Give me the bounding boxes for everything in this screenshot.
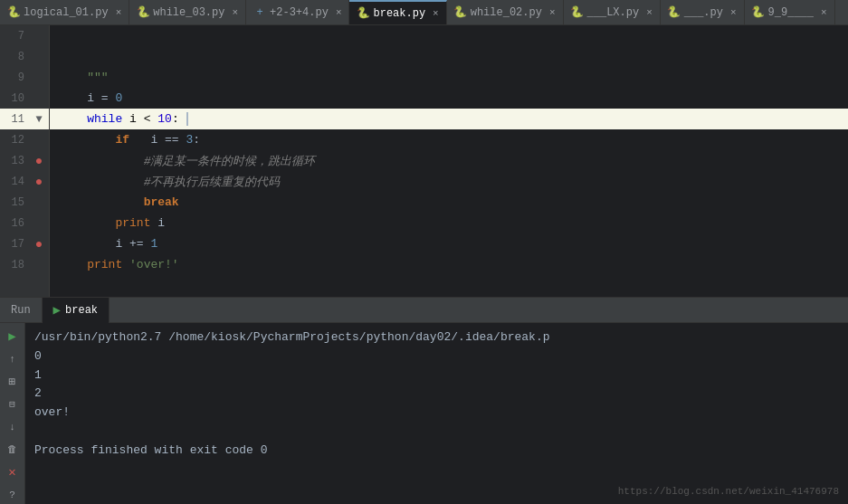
gutter-row-11: 11 ▼ [0, 109, 49, 129]
rerun-button[interactable]: ⊟ [3, 395, 23, 414]
py-plus-icon: + [253, 6, 266, 19]
code-indent [59, 258, 87, 271]
break-label: break [65, 304, 98, 317]
breakpoint-icon-14[interactable]: ● [32, 175, 46, 189]
gutter-row-18: 18 [0, 254, 49, 275]
tab-label: logical_01.py [24, 6, 109, 19]
tab-run[interactable]: Run [0, 298, 43, 323]
breakpoint-icon-17[interactable]: ● [32, 237, 46, 252]
line-number: 18 [0, 259, 32, 271]
close-icon[interactable]: × [549, 7, 556, 18]
py-icon: 🐍 [752, 6, 765, 19]
code-keyword-print: print [87, 258, 122, 271]
scroll-up-button[interactable]: ↑ [3, 349, 23, 368]
output-log[interactable]: /usr/bin/python2.7 /home/kiosk/PycharmPr… [25, 323, 848, 504]
up-arrow-icon: ↑ [9, 354, 15, 365]
tab-lx[interactable]: 🐍 ___LX.py × [564, 0, 661, 25]
close-icon[interactable]: × [821, 7, 827, 18]
tab-break[interactable]: 🐍 break.py × [349, 0, 446, 25]
code-string: 'over!' [129, 258, 179, 271]
output-blank [34, 423, 839, 442]
code-string: """ [87, 71, 108, 84]
code-var: i [115, 237, 122, 251]
close-icon[interactable]: × [116, 7, 122, 18]
code-var: i [150, 216, 165, 230]
close-icon[interactable]: × [433, 8, 439, 19]
code-line-16: print i [50, 213, 848, 233]
output-over: over! [34, 404, 839, 423]
code-comment: #满足某一条件的时候，跳出循环 [144, 153, 316, 169]
tab-label: +2-3+4.py [270, 6, 329, 19]
breakpoint-icon-13[interactable]: ● [32, 154, 46, 168]
code-space [122, 258, 129, 271]
gutter-row-10: 10 [0, 88, 49, 109]
output-panel: Run ▶ break ▶ ↑ ⊞ ⊟ ↓ [0, 297, 848, 504]
clear-button[interactable]: 🗑 [3, 440, 23, 459]
close-icon[interactable]: × [730, 7, 737, 18]
py-icon: 🐍 [571, 6, 584, 19]
code-line-11: while i < 10: [50, 109, 848, 129]
code-indent [59, 216, 115, 230]
tab-blank[interactable]: 🐍 ___.py × [661, 0, 745, 25]
code-indent [59, 71, 87, 84]
tab-plus234[interactable]: + +2-3+4.py × [246, 0, 349, 25]
tab-break-output[interactable]: ▶ break [43, 298, 110, 323]
watermark: https://blog.csdn.net/weixin_41476978 [618, 486, 839, 497]
tab-while03[interactable]: 🐍 while_03.py × [129, 0, 246, 25]
close-icon[interactable]: × [232, 7, 238, 18]
code-indent [59, 91, 87, 105]
gutter-icon-8 [32, 50, 46, 64]
gutter-row-8: 8 [0, 46, 49, 67]
code-indent [59, 175, 144, 188]
code-colon: : [193, 133, 200, 147]
tab-bar: 🐍 logical_01.py × 🐍 while_03.py × + +2-3… [0, 0, 848, 25]
output-content: ▶ ↑ ⊞ ⊟ ↓ 🗑 ✕ [0, 323, 848, 504]
py-icon: 🐍 [454, 6, 467, 19]
output-value-0: 0 [34, 347, 839, 366]
tab-label: ___LX.py [587, 6, 640, 19]
output-tab-bar: Run ▶ break [0, 298, 848, 323]
tab-label: 9_9____ [768, 6, 814, 19]
code-editor[interactable]: """ i = 0 while i < 10: if i == 3: #满足某一… [50, 25, 848, 297]
code-line-13: #满足某一条件的时候，跳出循环 [50, 150, 848, 171]
code-line-17: i += 1 [50, 233, 848, 254]
gutter-icon-10 [32, 91, 46, 106]
run-indicator: ▶ [53, 302, 61, 318]
gutter-row-12: 12 [0, 129, 49, 150]
code-line-18: print 'over!' [50, 254, 848, 275]
tab-logical01[interactable]: 🐍 logical_01.py × [0, 0, 129, 25]
scroll-down-button[interactable]: ↓ [3, 417, 23, 436]
close-icon[interactable]: × [336, 7, 342, 18]
close-icon[interactable]: × [646, 7, 653, 18]
code-indent [59, 237, 115, 251]
gutter-row-14: 14 ● [0, 171, 49, 192]
code-space [122, 112, 129, 126]
code-line-14: #不再执行后续重复的代码 [50, 171, 848, 192]
line-number: 14 [0, 176, 32, 188]
code-line-15: break [50, 192, 848, 213]
stop-button[interactable]: ⊞ [3, 372, 23, 391]
code-num: 1 [150, 237, 157, 251]
code-comment: #不再执行后续重复的代码 [144, 174, 281, 190]
code-line-8 [50, 46, 848, 67]
run-button[interactable]: ▶ [3, 327, 23, 346]
gutter-icon-9 [32, 71, 46, 85]
gutter-row-16: 16 [0, 213, 49, 233]
py-icon: 🐍 [137, 6, 149, 19]
code-num: 10 [157, 112, 172, 126]
code-keyword-if: if [115, 133, 129, 147]
close-output-button[interactable]: ✕ [3, 462, 23, 481]
line-number: 12 [0, 134, 32, 147]
code-var: i [87, 91, 94, 105]
gutter-row-7: 7 [0, 25, 49, 46]
gutter-row-15: 15 [0, 192, 49, 213]
down-arrow-icon: ↓ [9, 422, 15, 433]
tab-while02[interactable]: 🐍 while_02.py × [447, 0, 564, 25]
help-button[interactable]: ? [3, 485, 23, 504]
code-line-7 [50, 25, 848, 46]
line-number: 10 [0, 92, 32, 105]
fold-icon-11[interactable]: ▼ [32, 112, 46, 127]
tab-99[interactable]: 🐍 9_9____ × [745, 0, 835, 25]
output-path-line: /usr/bin/python2.7 /home/kiosk/PycharmPr… [34, 328, 839, 347]
rerun-icon: ⊟ [9, 398, 15, 410]
